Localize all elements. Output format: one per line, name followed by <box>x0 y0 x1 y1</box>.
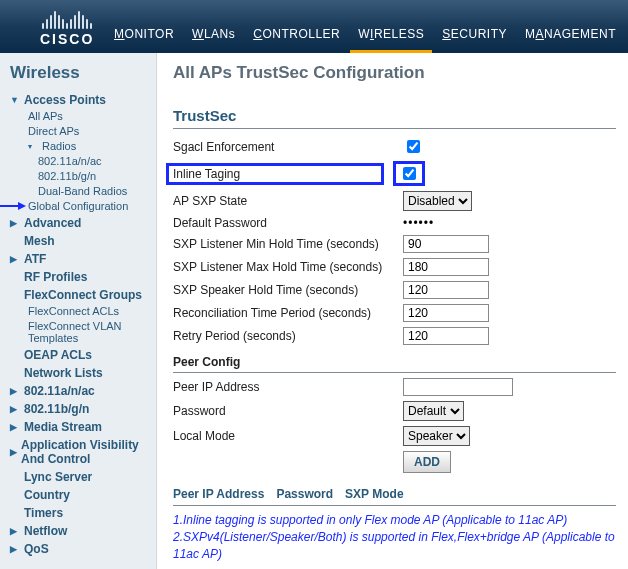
brand-logo: CISCO <box>0 11 94 53</box>
sidebar-item-qos[interactable]: ▶QoS <box>10 542 150 556</box>
caret-down-icon: ▼ <box>10 95 20 105</box>
page-title: All APs TrustSec Configuration <box>173 63 616 83</box>
select-local-mode[interactable]: Speaker <box>403 426 470 446</box>
sidebar-item-80211a[interactable]: ▶802.11a/n/ac <box>10 384 150 398</box>
sidebar-item-network-lists[interactable]: Network Lists <box>10 366 150 380</box>
checkbox-inline-tagging[interactable] <box>403 167 416 180</box>
footnote-2: 2.SXPv4(Listener/Speaker/Both) is suppor… <box>173 529 616 563</box>
caret-right-icon: ▶ <box>10 447 17 457</box>
sidebar-item-country[interactable]: Country <box>10 488 150 502</box>
caret-right-icon: ▶ <box>10 386 20 396</box>
label-retry: Retry Period (seconds) <box>173 329 403 343</box>
label-speaker-hold: SXP Speaker Hold Time (seconds) <box>173 283 403 297</box>
caret-right-icon: ▶ <box>10 544 20 554</box>
checkbox-sgacl-enforcement[interactable] <box>407 140 420 153</box>
sidebar-item-radio-dual[interactable]: Dual-Band Radios <box>28 185 150 197</box>
caret-down-icon: ▾ <box>28 142 38 151</box>
sidebar-item-flexconnect-groups[interactable]: FlexConnect Groups <box>10 288 150 302</box>
nav-wireless[interactable]: WIRELESS <box>356 23 426 47</box>
svg-marker-1 <box>18 202 26 210</box>
label-peer-password: Password <box>173 404 403 418</box>
label-inline-tagging: Inline Taging <box>166 163 384 185</box>
sidebar-item-flexconnect-acls[interactable]: FlexConnect ACLs <box>28 305 150 317</box>
sidebar-label: Access Points <box>24 93 106 107</box>
sidebar-item-radio-11b[interactable]: 802.11b/g/n <box>28 170 150 182</box>
nav-security[interactable]: SECURITY <box>440 23 509 47</box>
label-local-mode: Local Mode <box>173 429 403 443</box>
input-listener-max-hold[interactable] <box>403 258 489 276</box>
add-button[interactable]: ADD <box>403 451 451 473</box>
top-nav: MONITOR WLANs CONTROLLER WIRELESS SECURI… <box>112 23 618 53</box>
caret-right-icon: ▶ <box>10 218 20 228</box>
caret-right-icon: ▶ <box>10 526 20 536</box>
footnotes: 1.Inline tagging is supported in only Fl… <box>173 512 616 562</box>
section-peer-config: Peer Config <box>173 351 616 373</box>
input-listener-min-hold[interactable] <box>403 235 489 253</box>
select-peer-password[interactable]: Default <box>403 401 464 421</box>
sidebar-item-timers[interactable]: Timers <box>10 506 150 520</box>
sidebar-item-all-aps[interactable]: All APs <box>28 110 150 122</box>
arrow-right-icon <box>0 201 22 211</box>
col-sxp-mode: SXP Mode <box>345 487 403 501</box>
sidebar-item-access-points[interactable]: ▼ Access Points <box>10 93 150 107</box>
caret-right-icon: ▶ <box>10 254 20 264</box>
sidebar-item-global-config[interactable]: Global Configuration <box>28 200 150 212</box>
sidebar-item-direct-aps[interactable]: Direct APs <box>28 125 150 137</box>
nav-management[interactable]: MANAGEMENT <box>523 23 618 47</box>
sidebar-item-rf-profiles[interactable]: RF Profiles <box>10 270 150 284</box>
label-listener-max: SXP Listener Max Hold Time (seconds) <box>173 260 403 274</box>
sidebar-item-mesh[interactable]: Mesh <box>10 234 150 248</box>
nav-controller[interactable]: CONTROLLER <box>251 23 342 47</box>
input-reconciliation[interactable] <box>403 304 489 322</box>
input-retry-period[interactable] <box>403 327 489 345</box>
footnote-1: 1.Inline tagging is supported in only Fl… <box>173 512 616 529</box>
col-peer-ip: Peer IP Address <box>173 487 264 501</box>
col-password: Password <box>276 487 333 501</box>
caret-right-icon: ▶ <box>10 422 20 432</box>
label-sxp-state: AP SXP State <box>173 194 403 208</box>
value-default-password: •••••• <box>403 216 434 230</box>
nav-monitor[interactable]: MONITOR <box>112 23 176 47</box>
input-speaker-hold[interactable] <box>403 281 489 299</box>
nav-wlans[interactable]: WLANs <box>190 23 237 47</box>
cisco-bars-icon <box>42 11 92 29</box>
label-default-password: Default Password <box>173 216 403 230</box>
sidebar-item-lync-server[interactable]: Lync Server <box>10 470 150 484</box>
brand-text: CISCO <box>40 31 94 47</box>
sidebar-item-app-visibility[interactable]: ▶Application Visibility And Control <box>10 438 150 466</box>
select-ap-sxp-state[interactable]: Disabled <box>403 191 472 211</box>
sidebar-item-atf[interactable]: ▶ATF <box>10 252 150 266</box>
sidebar: Wireless ▼ Access Points All APs Direct … <box>0 53 157 569</box>
content-area: All APs TrustSec Configuration TrustSec … <box>157 53 628 569</box>
sidebar-item-netflow[interactable]: ▶Netflow <box>10 524 150 538</box>
sidebar-item-radio-11a[interactable]: 802.11a/n/ac <box>28 155 150 167</box>
app-header: CISCO MONITOR WLANs CONTROLLER WIRELESS … <box>0 0 628 53</box>
sidebar-item-advanced[interactable]: ▶Advanced <box>10 216 150 230</box>
sidebar-item-media-stream[interactable]: ▶Media Stream <box>10 420 150 434</box>
caret-right-icon: ▶ <box>10 404 20 414</box>
input-peer-ip[interactable] <box>403 378 513 396</box>
label-sgacl: Sgacl Enforcement <box>173 140 403 154</box>
label-peer-ip: Peer IP Address <box>173 380 403 394</box>
sidebar-item-80211b[interactable]: ▶802.11b/g/n <box>10 402 150 416</box>
label-listener-min: SXP Listener Min Hold Time (seconds) <box>173 237 403 251</box>
sidebar-item-flexconnect-vlan[interactable]: FlexConnect VLAN Templates <box>28 320 150 344</box>
sidebar-item-radios[interactable]: ▾Radios <box>28 140 150 152</box>
sidebar-item-oeap-acls[interactable]: OEAP ACLs <box>10 348 150 362</box>
sidebar-title: Wireless <box>10 63 150 83</box>
peer-table-header: Peer IP Address Password SXP Mode <box>173 483 616 506</box>
label-reconciliation: Reconciliation Time Period (seconds) <box>173 306 403 320</box>
section-trustsec: TrustSec <box>173 101 616 129</box>
